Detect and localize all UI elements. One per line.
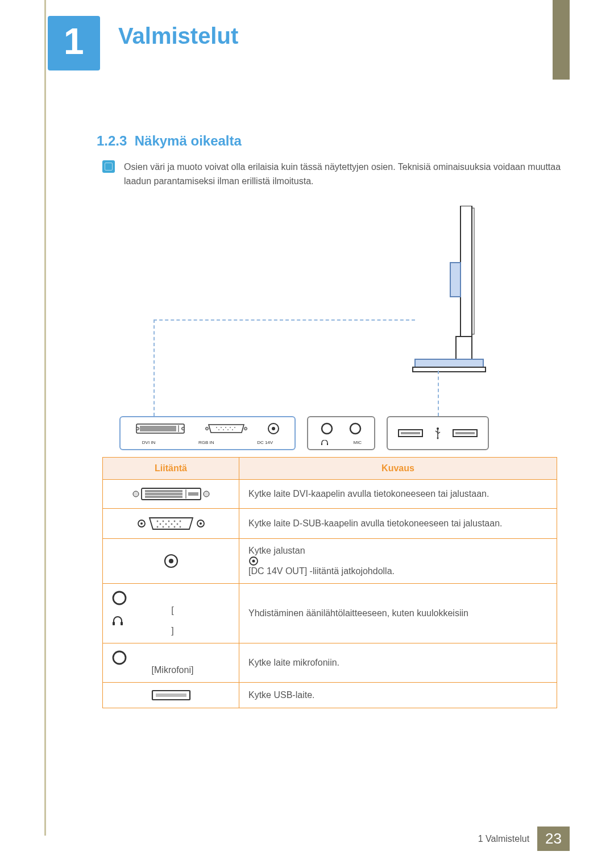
svg-point-13 [216,427,217,428]
th-desc: Kuvaus [239,457,557,479]
bracket-open: [ [171,605,173,615]
cell-desc: Kytke USB-laite. [239,682,557,708]
page-footer: 1 Valmistelut 23 [478,827,570,851]
mic-jack-icon [349,422,362,435]
dc-inline-icon [248,556,259,566]
svg-point-44 [156,520,158,522]
svg-point-49 [159,523,161,525]
ports-table: Liitäntä Kuvaus Kytke laite DVI-kaapelin… [102,457,557,708]
table-row: Kytke laite DVI-kaapelin avulla tietokon… [103,479,557,508]
cell-desc: Kytke laite DVI-kaapelin avulla tietokon… [239,479,557,508]
svg-point-43 [140,522,143,525]
note-icon [102,160,115,173]
svg-rect-40 [188,492,198,496]
headphone-glyph-icon [321,440,329,446]
dvi-port-icon [135,423,185,434]
mic-bracket-label: [Mikrofoni] [152,665,194,675]
section-heading: 1.2.3 Näkymä oikealta [97,133,563,149]
svg-rect-29 [401,432,420,434]
ports-panel-usb [387,416,489,450]
right-stripe [553,0,570,80]
svg-point-57 [179,526,181,528]
svg-rect-69 [156,693,186,697]
usb-trident-icon [434,427,442,439]
svg-point-18 [218,429,219,430]
svg-point-20 [227,429,229,430]
svg-rect-33 [455,432,475,434]
svg-point-19 [223,429,224,430]
bracket-close: ] [171,626,173,636]
svg-point-11 [205,427,208,430]
ports-panel-main: DVI IN RGB IN DC 14V [119,416,296,450]
svg-point-67 [113,651,126,664]
port-label: DVI IN [142,440,156,445]
table-row: [] Yhdistäminen äänilähtölaitteeseen, ku… [103,583,557,643]
svg-rect-5 [413,367,486,372]
usb-port-icon [398,429,423,437]
diagram: DVI IN RGB IN DC 14V MIC [119,206,529,450]
dc-icon [164,554,179,568]
svg-point-50 [165,523,167,525]
svg-rect-65 [113,622,115,625]
svg-point-9 [136,427,139,430]
note-text: Osien väri ja muoto voivat olla erilaisi… [124,160,563,189]
svg-point-25 [350,423,360,434]
left-stripe [44,0,46,836]
svg-point-15 [225,427,226,428]
svg-point-45 [162,520,164,522]
svg-point-52 [176,523,178,525]
mic-jack-icon [112,650,127,665]
table-row: Kytke USB-laite. [103,682,557,708]
svg-point-14 [221,427,222,428]
dc-port-icon [267,422,280,435]
cell-icon-headphone: [] [103,583,239,643]
cell-icon-mic: [Mikrofoni] [103,643,239,682]
svg-rect-36 [145,490,182,492]
cell-desc: Kytke laite D-SUB-kaapelin avulla tietok… [239,508,557,538]
table-header-row: Liitäntä Kuvaus [103,457,557,479]
svg-point-53 [156,526,158,528]
headphone-icon [112,616,123,626]
svg-point-51 [171,523,172,525]
th-port: Liitäntä [103,457,239,479]
vga-port-icon [205,423,247,434]
port-label: DC 14V [257,440,273,445]
chapter-title: Valmistelut [118,23,238,49]
section-number: 1.2.3 [97,133,127,148]
audio-out-icon [112,591,127,605]
cell-desc: Yhdistäminen äänilähtölaitteeseen, kuten… [239,583,557,643]
table-row: Kytke laite D-SUB-kaapelin avulla tietok… [103,508,557,538]
port-label: RGB IN [198,440,214,445]
svg-point-23 [272,427,275,430]
svg-point-63 [252,559,255,562]
svg-point-46 [168,520,169,522]
cell-icon-dvi [103,479,239,508]
svg-rect-37 [145,493,182,495]
page-number: 23 [537,827,570,851]
cell-desc: Kytke laite mikrofoniin. [239,643,557,682]
svg-point-55 [168,526,169,528]
svg-rect-27 [327,443,328,445]
cell-icon-vga [103,508,239,538]
svg-rect-4 [415,359,483,367]
footer-text: 1 Valmistelut [478,834,529,844]
svg-point-61 [169,559,173,563]
svg-rect-0 [460,206,472,337]
svg-point-16 [230,427,231,428]
vga-icon [137,516,205,531]
dvi-icon [131,487,211,501]
svg-point-17 [234,427,235,428]
svg-point-59 [200,522,202,525]
cell-desc: Kytke jalustan [DC 14V OUT] -liitäntä ja… [239,538,557,583]
svg-point-10 [181,427,184,430]
svg-rect-2 [450,263,460,297]
section-title: Näkymä oikealta [135,133,242,148]
chapter-badge: 1 [48,16,100,70]
table-row: [Mikrofoni] Kytke laite mikrofoniin. [103,643,557,682]
svg-rect-66 [121,622,123,625]
svg-point-21 [232,429,233,430]
svg-rect-38 [145,496,182,498]
svg-point-47 [173,520,175,522]
svg-rect-3 [456,337,472,359]
monitor-side-illustration [409,206,489,382]
